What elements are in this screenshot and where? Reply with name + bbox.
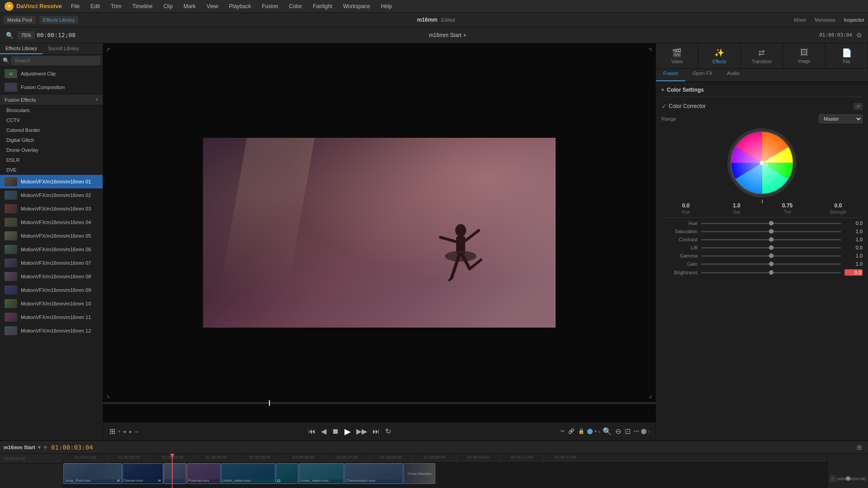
preview-area[interactable]: ⌜ ⌝ ⌞ ⌟ xyxy=(103,43,656,422)
lift-slider-track[interactable] xyxy=(701,247,841,249)
link-btn[interactable]: 🔗 xyxy=(567,427,576,435)
gamma-slider-track[interactable] xyxy=(701,255,841,257)
tab-sound-library[interactable]: Sound Library xyxy=(42,43,85,54)
clip-gap[interactable] xyxy=(164,463,186,484)
saturation-slider-value[interactable]: 1.0 xyxy=(844,229,863,234)
clip-polaroid[interactable]: Polaroid.mov xyxy=(187,463,221,484)
hue-value[interactable]: 0.0 xyxy=(682,202,690,209)
metadata-label[interactable]: Metadata xyxy=(815,17,835,23)
gain-slider-value[interactable]: 1.0 xyxy=(844,261,863,267)
color-wheel-container[interactable] xyxy=(661,128,863,198)
zoom-handle-timeline[interactable] xyxy=(846,476,850,481)
clip-underwater2[interactable]: Under_water.mov xyxy=(299,463,344,484)
fusion-effects-header[interactable]: Fusion Effects ▾ xyxy=(0,94,103,105)
search-button[interactable]: 🔍 xyxy=(4,30,16,40)
preview-video[interactable] xyxy=(203,138,556,328)
effect-digital-glitch[interactable]: Digital Glitch xyxy=(0,135,103,145)
go-to-end-button[interactable]: ⏭ xyxy=(372,427,381,436)
sub-tab-audio[interactable]: Audio xyxy=(720,69,747,81)
clip-cheerleaders[interactable]: Cheerleaders.mov xyxy=(344,463,403,484)
tab-video[interactable]: 🎬 Video xyxy=(656,43,698,68)
zoom-out-btn[interactable]: ⊖ xyxy=(614,426,622,436)
brightness-slider-track[interactable] xyxy=(701,272,841,273)
cc-checkmark-icon[interactable]: ✓ xyxy=(661,103,667,110)
stop-button[interactable]: ⏹ xyxy=(331,427,340,436)
collapse-color-icon[interactable]: ▾ xyxy=(661,87,664,93)
hue-slider-track[interactable] xyxy=(701,223,841,224)
menu-mark[interactable]: Mark xyxy=(182,2,198,10)
saturation-slider-track[interactable] xyxy=(701,231,841,232)
record-btn[interactable] xyxy=(641,429,646,434)
effect-dve[interactable]: DVE xyxy=(0,165,103,175)
clip-dancer[interactable]: Dancer.mov ⇄ xyxy=(123,463,163,484)
effect-m16mm-10[interactable]: MotionVFX/m16mm/m16mm 10 xyxy=(0,297,103,310)
effect-m16mm-04[interactable]: MotionVFX/m16mm/m16mm 04 xyxy=(0,216,103,229)
media-pool-button[interactable]: Media Pool xyxy=(4,16,36,24)
effect-drone-overlay[interactable]: Drone Overlay xyxy=(0,145,103,155)
tab-effects-library[interactable]: Effects Library xyxy=(0,43,42,54)
tab-file[interactable]: 📄 File xyxy=(826,43,868,68)
menu-fusion[interactable]: Fusion xyxy=(260,2,280,10)
contrast-slider-value[interactable]: 1.0 xyxy=(844,237,863,242)
zoom-slider-timeline[interactable] xyxy=(837,478,859,480)
inspector-label[interactable]: Inspector xyxy=(844,17,864,23)
contrast-slider-track[interactable] xyxy=(701,239,841,240)
gain-slider-handle[interactable] xyxy=(769,262,774,266)
preview-right-btn[interactable]: ▸ xyxy=(128,427,133,436)
preview-scrubber[interactable] xyxy=(103,402,656,404)
effect-cctv[interactable]: CCTV xyxy=(0,115,103,125)
color-wheel[interactable] xyxy=(727,128,797,198)
effect-m16mm-05[interactable]: MotionVFX/m16mm/m16mm 05 xyxy=(0,229,103,243)
tint-value[interactable]: 0.75 xyxy=(782,202,793,209)
menu-timeline[interactable]: Timeline xyxy=(131,2,155,10)
tab-effects[interactable]: ✨ Effects xyxy=(698,43,741,68)
zoom-in-btn[interactable]: 🔍 xyxy=(602,426,613,436)
brightness-slider-value[interactable] xyxy=(844,269,863,276)
effect-m16mm-03[interactable]: MotionVFX/m16mm/m16mm 03 xyxy=(0,202,103,216)
clip-underwater1[interactable]: Under_water.mov xyxy=(221,463,275,484)
effect-m16mm-01[interactable]: MotionVFX/m16mm/m16mm 01 xyxy=(0,175,103,188)
loop-button[interactable]: ↻ xyxy=(384,426,392,436)
play-button[interactable]: ▶ xyxy=(344,426,352,437)
menu-view[interactable]: View xyxy=(205,2,220,10)
zoom-display[interactable]: 75% xyxy=(18,31,35,39)
menu-file[interactable]: File xyxy=(69,2,81,10)
audio-track-content[interactable]: 284_short_I_retro-chop_0065.mp3 xyxy=(63,486,827,488)
timeline-settings-btn[interactable]: ⊞ xyxy=(854,442,864,452)
clip-jump-pool[interactable]: Jump_Pool.mov ⇄ xyxy=(63,463,122,484)
effect-m16mm-08[interactable]: MotionVFX/m16mm/m16mm 08 xyxy=(0,270,103,283)
preview-fwd-btn[interactable]: ▹ xyxy=(135,427,139,436)
scrubber-handle[interactable] xyxy=(269,400,270,406)
effect-m16mm-09[interactable]: MotionVFX/m16mm/m16mm 09 xyxy=(0,283,103,297)
preview-left-btn[interactable]: ◂ xyxy=(122,427,127,436)
mixer-label[interactable]: Mixer xyxy=(794,17,806,23)
brightness-slider-handle[interactable] xyxy=(769,270,774,275)
overlay-btn[interactable]: ✂ xyxy=(560,427,566,435)
menu-trim[interactable]: Trim xyxy=(109,2,123,10)
gain-slider-track[interactable] xyxy=(701,263,841,265)
effect-m16mm-11[interactable]: MotionVFX/m16mm/m16mm 11 xyxy=(0,310,103,324)
timeline-dropdown-icon[interactable]: ▾ xyxy=(38,444,41,450)
gamma-slider-handle[interactable] xyxy=(769,253,774,258)
tab-transition[interactable]: ⇄ Transition xyxy=(741,43,783,68)
menu-clip[interactable]: Clip xyxy=(161,2,175,10)
sat-value[interactable]: 1.0 xyxy=(733,202,741,209)
video-track-content[interactable]: Jump_Pool.mov ⇄ Dancer.mov ⇄ Polaroid.mo… xyxy=(63,461,827,486)
menu-color[interactable]: Color xyxy=(287,2,304,10)
clip-gap2[interactable]: 🎞 xyxy=(276,463,298,484)
cc-reset-btn[interactable]: ↺ xyxy=(854,103,863,110)
step-back-button[interactable]: ◀ xyxy=(320,426,327,436)
hue-slider-handle[interactable] xyxy=(769,221,774,225)
settings-button[interactable]: ⚙ xyxy=(854,30,864,40)
contrast-slider-handle[interactable] xyxy=(769,237,774,242)
step-fwd-button[interactable]: ▶▶ xyxy=(355,426,368,436)
hue-slider-value[interactable]: 0.0 xyxy=(844,221,863,226)
menu-help[interactable]: Help xyxy=(379,2,394,10)
saturation-slider-handle[interactable] xyxy=(769,229,774,234)
effect-binoculars[interactable]: Binoculars xyxy=(0,105,103,115)
clip-cross-dissolve[interactable]: Cross Dissolve xyxy=(404,463,435,484)
effect-m16mm-02[interactable]: MotionVFX/m16mm/m16mm 02 xyxy=(0,188,103,202)
effect-m16mm-06[interactable]: MotionVFX/m16mm/m16mm 06 xyxy=(0,243,103,256)
menu-workspace[interactable]: Workspace xyxy=(341,2,372,10)
effect-dslr[interactable]: DSLR xyxy=(0,155,103,165)
